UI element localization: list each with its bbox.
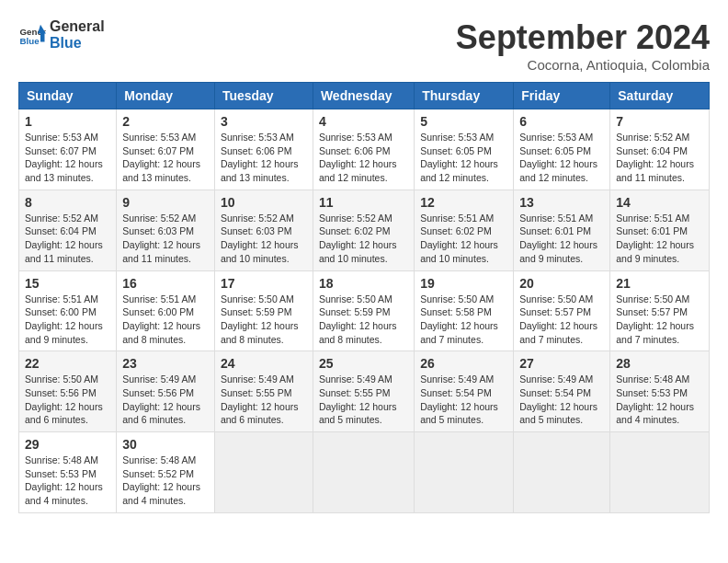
sunset: Sunset: 6:04 PM bbox=[616, 144, 703, 158]
day-detail: Sunrise: 5:51 AM Sunset: 6:01 PM Dayligh… bbox=[519, 212, 604, 266]
calendar-week-3: 15 Sunrise: 5:51 AM Sunset: 6:00 PM Dayl… bbox=[19, 270, 710, 351]
calendar-cell: 16 Sunrise: 5:51 AM Sunset: 6:00 PM Dayl… bbox=[117, 270, 215, 351]
day-number: 29 bbox=[25, 437, 110, 452]
calendar-week-5: 29 Sunrise: 5:48 AM Sunset: 5:53 PM Dayl… bbox=[19, 432, 710, 513]
day-number: 6 bbox=[519, 114, 604, 129]
sunset: Sunset: 6:07 PM bbox=[122, 144, 209, 158]
sunset: Sunset: 5:53 PM bbox=[25, 467, 110, 481]
day-number: 23 bbox=[122, 356, 209, 371]
day-detail: Sunrise: 5:50 AM Sunset: 5:57 PM Dayligh… bbox=[519, 293, 604, 347]
calendar-cell: 18 Sunrise: 5:50 AM Sunset: 5:59 PM Dayl… bbox=[313, 270, 414, 351]
day-number: 5 bbox=[420, 114, 507, 129]
calendar-cell: 21 Sunrise: 5:50 AM Sunset: 5:57 PM Dayl… bbox=[610, 270, 710, 351]
calendar-cell: 12 Sunrise: 5:51 AM Sunset: 6:02 PM Dayl… bbox=[415, 190, 514, 270]
sunset: Sunset: 5:57 PM bbox=[616, 305, 703, 319]
day-detail: Sunrise: 5:48 AM Sunset: 5:53 PM Dayligh… bbox=[616, 373, 703, 427]
day-number: 1 bbox=[25, 114, 110, 129]
sunset: Sunset: 6:05 PM bbox=[519, 144, 604, 158]
sunrise: Sunrise: 5:49 AM bbox=[420, 373, 507, 386]
sunrise: Sunrise: 5:52 AM bbox=[25, 212, 110, 225]
month-title: September 2024 bbox=[456, 18, 710, 57]
sunset: Sunset: 5:54 PM bbox=[519, 386, 604, 400]
day-detail: Sunrise: 5:52 AM Sunset: 6:03 PM Dayligh… bbox=[122, 212, 209, 266]
calendar-cell: 29 Sunrise: 5:48 AM Sunset: 5:53 PM Dayl… bbox=[19, 432, 117, 513]
day-detail: Sunrise: 5:50 AM Sunset: 5:58 PM Dayligh… bbox=[420, 293, 507, 347]
daylight: Daylight: 12 hours and 13 minutes. bbox=[25, 157, 110, 184]
day-number: 11 bbox=[319, 195, 408, 210]
sunset: Sunset: 6:06 PM bbox=[319, 144, 408, 158]
daylight: Daylight: 12 hours and 7 minutes. bbox=[519, 319, 604, 346]
day-number: 13 bbox=[519, 195, 604, 210]
calendar-cell: 9 Sunrise: 5:52 AM Sunset: 6:03 PM Dayli… bbox=[117, 190, 215, 270]
day-detail: Sunrise: 5:51 AM Sunset: 6:00 PM Dayligh… bbox=[25, 293, 110, 347]
day-detail: Sunrise: 5:48 AM Sunset: 5:53 PM Dayligh… bbox=[25, 454, 110, 508]
sunrise: Sunrise: 5:50 AM bbox=[519, 293, 604, 306]
sunrise: Sunrise: 5:52 AM bbox=[221, 212, 307, 225]
sunset: Sunset: 5:56 PM bbox=[25, 386, 110, 400]
header-thursday: Thursday bbox=[415, 83, 514, 109]
daylight: Daylight: 12 hours and 7 minutes. bbox=[616, 319, 703, 346]
day-detail: Sunrise: 5:48 AM Sunset: 5:52 PM Dayligh… bbox=[122, 454, 209, 508]
day-detail: Sunrise: 5:52 AM Sunset: 6:02 PM Dayligh… bbox=[319, 212, 408, 266]
calendar-cell bbox=[214, 432, 313, 513]
calendar-week-1: 1 Sunrise: 5:53 AM Sunset: 6:07 PM Dayli… bbox=[19, 109, 710, 190]
sunrise: Sunrise: 5:48 AM bbox=[122, 454, 209, 467]
daylight: Daylight: 12 hours and 10 minutes. bbox=[420, 238, 507, 265]
day-number: 18 bbox=[319, 276, 408, 291]
daylight: Daylight: 12 hours and 9 minutes. bbox=[616, 238, 703, 265]
daylight: Daylight: 12 hours and 4 minutes. bbox=[25, 480, 110, 507]
day-detail: Sunrise: 5:53 AM Sunset: 6:05 PM Dayligh… bbox=[519, 131, 604, 185]
header-sunday: Sunday bbox=[19, 83, 117, 109]
calendar-cell: 1 Sunrise: 5:53 AM Sunset: 6:07 PM Dayli… bbox=[19, 109, 117, 190]
day-number: 19 bbox=[420, 276, 507, 291]
daylight: Daylight: 12 hours and 12 minutes. bbox=[420, 157, 507, 184]
sunrise: Sunrise: 5:53 AM bbox=[319, 131, 408, 144]
daylight: Daylight: 12 hours and 12 minutes. bbox=[519, 157, 604, 184]
day-number: 20 bbox=[519, 276, 604, 291]
header-wednesday: Wednesday bbox=[313, 83, 414, 109]
sunset: Sunset: 6:04 PM bbox=[25, 224, 110, 238]
day-number: 4 bbox=[319, 114, 408, 129]
calendar-cell: 7 Sunrise: 5:52 AM Sunset: 6:04 PM Dayli… bbox=[610, 109, 710, 190]
day-detail: Sunrise: 5:51 AM Sunset: 6:02 PM Dayligh… bbox=[420, 212, 507, 266]
calendar-cell: 5 Sunrise: 5:53 AM Sunset: 6:05 PM Dayli… bbox=[415, 109, 514, 190]
calendar-cell bbox=[514, 432, 610, 513]
calendar-cell: 30 Sunrise: 5:48 AM Sunset: 5:52 PM Dayl… bbox=[117, 432, 215, 513]
daylight: Daylight: 12 hours and 10 minutes. bbox=[319, 238, 408, 265]
sunrise: Sunrise: 5:48 AM bbox=[616, 373, 703, 386]
day-detail: Sunrise: 5:49 AM Sunset: 5:55 PM Dayligh… bbox=[221, 373, 307, 427]
daylight: Daylight: 12 hours and 8 minutes. bbox=[319, 319, 408, 346]
daylight: Daylight: 12 hours and 11 minutes. bbox=[25, 238, 110, 265]
sunrise: Sunrise: 5:51 AM bbox=[420, 212, 507, 225]
header-saturday: Saturday bbox=[610, 83, 710, 109]
header-friday: Friday bbox=[514, 83, 610, 109]
daylight: Daylight: 12 hours and 13 minutes. bbox=[122, 157, 209, 184]
logo-general: General bbox=[50, 18, 105, 35]
calendar-cell bbox=[313, 432, 414, 513]
sunrise: Sunrise: 5:49 AM bbox=[221, 373, 307, 386]
page-header: General Blue General Blue September 2024… bbox=[18, 18, 710, 73]
day-detail: Sunrise: 5:53 AM Sunset: 6:05 PM Dayligh… bbox=[420, 131, 507, 185]
day-number: 21 bbox=[616, 276, 703, 291]
day-number: 17 bbox=[221, 276, 307, 291]
daylight: Daylight: 12 hours and 7 minutes. bbox=[420, 319, 507, 346]
sunrise: Sunrise: 5:52 AM bbox=[122, 212, 209, 225]
daylight: Daylight: 12 hours and 6 minutes. bbox=[122, 400, 209, 427]
day-detail: Sunrise: 5:53 AM Sunset: 6:07 PM Dayligh… bbox=[25, 131, 110, 185]
sunrise: Sunrise: 5:49 AM bbox=[319, 373, 408, 386]
daylight: Daylight: 12 hours and 8 minutes. bbox=[122, 319, 209, 346]
day-detail: Sunrise: 5:49 AM Sunset: 5:56 PM Dayligh… bbox=[122, 373, 209, 427]
calendar-week-2: 8 Sunrise: 5:52 AM Sunset: 6:04 PM Dayli… bbox=[19, 190, 710, 270]
sunrise: Sunrise: 5:51 AM bbox=[616, 212, 703, 225]
day-detail: Sunrise: 5:52 AM Sunset: 6:03 PM Dayligh… bbox=[221, 212, 307, 266]
day-number: 10 bbox=[221, 195, 307, 210]
sunrise: Sunrise: 5:49 AM bbox=[122, 373, 209, 386]
calendar-cell: 25 Sunrise: 5:49 AM Sunset: 5:55 PM Dayl… bbox=[313, 351, 414, 432]
location: Cocorna, Antioquia, Colombia bbox=[456, 57, 710, 73]
sunset: Sunset: 5:53 PM bbox=[616, 386, 703, 400]
daylight: Daylight: 12 hours and 8 minutes. bbox=[221, 319, 307, 346]
calendar-cell: 8 Sunrise: 5:52 AM Sunset: 6:04 PM Dayli… bbox=[19, 190, 117, 270]
day-number: 9 bbox=[122, 195, 209, 210]
calendar-cell: 3 Sunrise: 5:53 AM Sunset: 6:06 PM Dayli… bbox=[214, 109, 313, 190]
calendar-cell: 4 Sunrise: 5:53 AM Sunset: 6:06 PM Dayli… bbox=[313, 109, 414, 190]
